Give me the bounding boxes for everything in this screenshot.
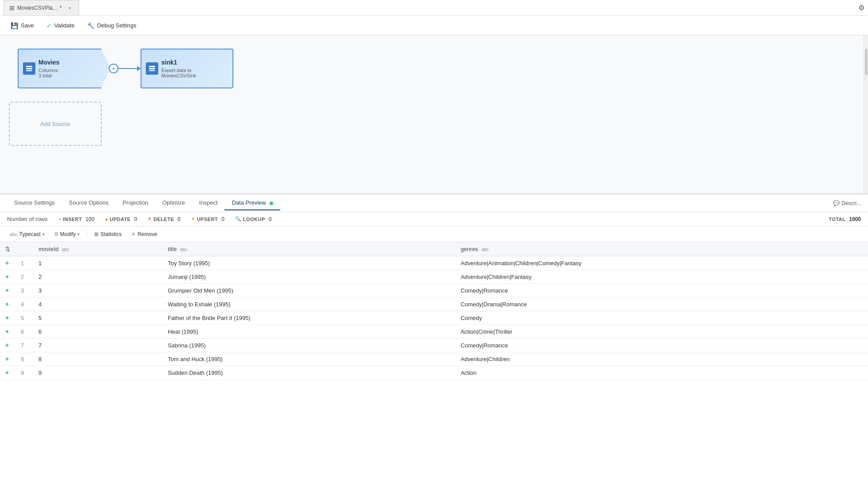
- save-icon: 💾: [11, 22, 18, 29]
- toolbar-separator: [87, 230, 87, 238]
- tab-close-button[interactable]: ×: [66, 4, 73, 11]
- svg-rect-5: [149, 70, 155, 71]
- source-node-title: Movies: [38, 59, 104, 66]
- sink-node-icon: [146, 62, 158, 75]
- tab-optimize[interactable]: Optimize: [155, 196, 192, 210]
- canvas-area: Movies Columns: 3 total + sink1 Export d…: [0, 35, 868, 194]
- tab-source-options[interactable]: Source Options: [62, 196, 116, 210]
- lookup-stat: 🔍 LOOKUP 0: [235, 216, 272, 222]
- table-row: + 8 8 Tom and Huck (1995) Adventure|Chil…: [0, 352, 868, 366]
- row-num: 3: [15, 284, 33, 297]
- chat-icon: 💬: [833, 200, 840, 206]
- cell-title: Sudden Death (1995): [163, 366, 455, 380]
- cell-genres: Adventure|Children|Fantasy: [455, 270, 868, 284]
- statistics-button[interactable]: ▦ Statistics: [90, 230, 126, 239]
- table-body: + 1 1 Toy Story (1995) Adventure|Animati…: [0, 256, 868, 380]
- table-row: + 5 5 Father of the Bride Part II (1995)…: [0, 311, 868, 325]
- col-header-sort[interactable]: ⇅: [0, 242, 15, 256]
- col-header-add: [15, 242, 33, 256]
- row-expand-btn[interactable]: +: [0, 339, 15, 352]
- cell-title: Grumpier Old Men (1995): [163, 284, 455, 297]
- cell-title: Toy Story (1995): [163, 256, 455, 270]
- tab-projection[interactable]: Projection: [115, 196, 155, 210]
- debug-settings-label: Debug Settings: [97, 22, 137, 29]
- col-header-genres[interactable]: genres abc: [455, 242, 868, 256]
- cell-title: Tom and Huck (1995): [163, 352, 455, 366]
- table-row: + 3 3 Grumpier Old Men (1995) Comedy|Rom…: [0, 284, 868, 297]
- delete-stat: ✕ DELETE 0: [148, 216, 180, 222]
- typecast-label: Typecast: [19, 231, 41, 237]
- row-num: 8: [15, 352, 33, 366]
- flow-container: Movies Columns: 3 total + sink1 Export d…: [18, 49, 859, 88]
- row-expand-btn[interactable]: +: [0, 256, 15, 270]
- flow-arrow: [118, 68, 141, 69]
- cell-movieid: 7: [33, 339, 163, 352]
- cell-movieid: 6: [33, 325, 163, 339]
- source-node-sub: Columns: 3 total: [38, 68, 104, 78]
- cell-title: Sabrina (1995): [163, 339, 455, 352]
- validate-icon: ✓: [46, 22, 52, 29]
- describe-label: Descri...: [841, 200, 861, 206]
- tab-data-preview[interactable]: Data Preview: [225, 196, 280, 210]
- col-header-title[interactable]: title abc: [163, 242, 455, 256]
- svg-rect-4: [149, 68, 155, 69]
- modify-label: Modify: [60, 231, 76, 237]
- row-expand-btn[interactable]: +: [0, 352, 15, 366]
- row-expand-btn[interactable]: +: [0, 325, 15, 339]
- insert-stat: + INSERT 100: [58, 216, 95, 222]
- cell-movieid: 9: [33, 366, 163, 380]
- col-header-movieid[interactable]: movieId abc: [33, 242, 163, 256]
- typecast-chevron-icon: ▾: [42, 232, 45, 236]
- cell-genres: Comedy: [455, 311, 868, 325]
- tab-bar: Source Settings Source Options Projectio…: [0, 194, 868, 212]
- row-num: 7: [15, 339, 33, 352]
- table-row: + 9 9 Sudden Death (1995) Action: [0, 366, 868, 380]
- typecast-button[interactable]: abc Typecast ▾: [5, 230, 49, 239]
- table-row: + 4 4 Waiting to Exhale (1995) Comedy|Dr…: [0, 297, 868, 311]
- svg-rect-3: [149, 66, 155, 67]
- remove-x-icon: ✕: [131, 231, 136, 237]
- remove-button[interactable]: ✕ Remove: [127, 230, 162, 239]
- scrollbar-thumb: [865, 49, 868, 75]
- canvas-scrollbar[interactable]: [864, 35, 868, 193]
- svg-rect-2: [26, 70, 32, 71]
- tab-source-settings[interactable]: Source Settings: [7, 196, 62, 210]
- row-expand-btn[interactable]: +: [0, 366, 15, 380]
- tab-inspect[interactable]: Inspect: [192, 196, 225, 210]
- source-node[interactable]: Movies Columns: 3 total: [18, 49, 110, 88]
- add-source-box[interactable]: Add Source: [9, 102, 102, 146]
- add-source-label: Add Source: [40, 121, 70, 127]
- cell-genres: Adventure|Children: [455, 352, 868, 366]
- sink-node-title: sink1: [161, 59, 227, 66]
- row-expand-btn[interactable]: +: [0, 311, 15, 325]
- svg-rect-1: [26, 68, 32, 69]
- save-button[interactable]: 💾 Save: [5, 20, 39, 31]
- sort-icon: ⇅: [5, 246, 10, 252]
- cell-movieid: 5: [33, 311, 163, 325]
- stats-bar: Number of rows + INSERT 100 ● UPDATE 0 ✕…: [0, 212, 868, 226]
- upsert-icon: ✦: [191, 216, 195, 222]
- cell-movieid: 1: [33, 256, 163, 270]
- row-num: 2: [15, 270, 33, 284]
- number-of-rows-label: Number of rows: [7, 216, 48, 222]
- row-num: 6: [15, 325, 33, 339]
- cell-genres: Action|Crime|Thriller: [455, 325, 868, 339]
- title-tab[interactable]: ⊞ MoviesCSVPla... * ×: [4, 0, 79, 15]
- typecast-prefix: abc: [10, 232, 18, 237]
- debug-settings-button[interactable]: 🔧 Debug Settings: [82, 20, 142, 31]
- add-node-button[interactable]: +: [109, 64, 118, 73]
- describe-button[interactable]: 💬 Descri...: [833, 200, 861, 206]
- validate-button[interactable]: ✓ Validate: [41, 20, 80, 31]
- settings-icon[interactable]: ⚙: [858, 4, 864, 12]
- cell-title: Waiting to Exhale (1995): [163, 297, 455, 311]
- cell-genres: Adventure|Animation|Children|Comedy|Fant…: [455, 256, 868, 270]
- modify-button[interactable]: ⊞ Modify ▾: [50, 230, 84, 239]
- cell-genres: Action: [455, 366, 868, 380]
- sink-node[interactable]: sink1 Export data to MoviesCSVSink: [141, 49, 233, 88]
- cell-title: Jumanji (1995): [163, 270, 455, 284]
- row-expand-btn[interactable]: +: [0, 270, 15, 284]
- cell-movieid: 4: [33, 297, 163, 311]
- cell-title: Heat (1995): [163, 325, 455, 339]
- row-expand-btn[interactable]: +: [0, 297, 15, 311]
- row-expand-btn[interactable]: +: [0, 284, 15, 297]
